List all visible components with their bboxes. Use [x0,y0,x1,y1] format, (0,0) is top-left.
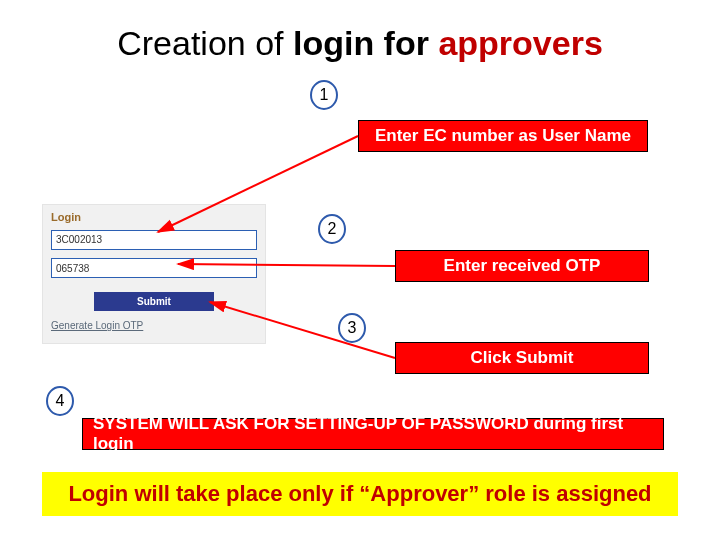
badge-2: 2 [318,214,346,244]
callout-1-text: Enter EC number as User Name [375,126,631,146]
title-prefix: Creation of [117,24,293,62]
callout-1: Enter EC number as User Name [358,120,648,152]
badge-4: 4 [46,386,74,416]
callout-2: Enter received OTP [395,250,649,282]
callout-3: Click Submit [395,342,649,374]
title-highlight: approvers [438,24,602,62]
badge-3-label: 3 [348,319,357,337]
badge-1-label: 1 [320,86,329,104]
title-mid: login for [293,24,438,62]
login-heading: Login [51,211,257,223]
callout-4: SYSTEM WILL ASK FOR SETTING-UP OF PASSWO… [82,418,664,450]
callout-2-text: Enter received OTP [444,256,601,276]
note-box: Login will take place only if “Approver”… [42,472,678,516]
badge-4-label: 4 [56,392,65,410]
slide-title: Creation of login for approvers [0,24,720,63]
badge-2-label: 2 [328,220,337,238]
username-input[interactable] [51,230,257,250]
login-panel: Login Submit Generate Login OTP [42,204,266,344]
submit-button[interactable]: Submit [94,292,214,311]
callout-3-text: Click Submit [471,348,574,368]
badge-3: 3 [338,313,366,343]
generate-otp-link[interactable]: Generate Login OTP [51,320,143,331]
otp-input[interactable] [51,258,257,278]
badge-1: 1 [310,80,338,110]
callout-4-text: SYSTEM WILL ASK FOR SETTING-UP OF PASSWO… [93,414,653,454]
note-text: Login will take place only if “Approver”… [68,481,651,507]
